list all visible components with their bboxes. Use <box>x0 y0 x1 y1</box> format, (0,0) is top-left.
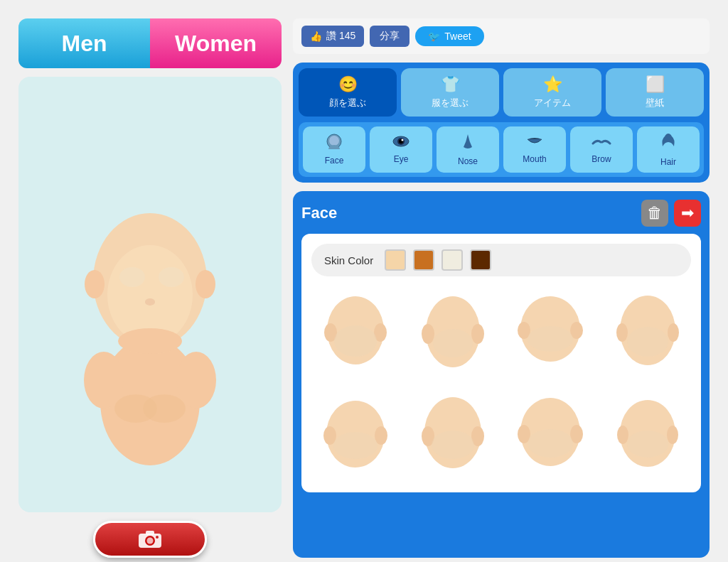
avatar-svg <box>58 124 242 465</box>
svg-point-50 <box>432 431 474 459</box>
skin-swatch-light[interactable] <box>385 249 406 271</box>
face-option-3[interactable] <box>506 288 594 380</box>
skin-swatch-medium[interactable] <box>413 249 434 271</box>
mouth-subtab-icon <box>525 135 545 151</box>
subtab-brow[interactable]: Brow <box>570 126 633 173</box>
svg-point-3 <box>85 270 105 298</box>
camera-button[interactable] <box>93 521 207 558</box>
svg-point-6 <box>119 267 145 287</box>
face-subtab-icon <box>326 134 342 153</box>
svg-point-18 <box>156 536 159 539</box>
tab-item[interactable]: ⭐ アイテム <box>503 68 601 117</box>
subtab-face[interactable]: Face <box>303 126 365 173</box>
hair-subtab-icon <box>659 132 678 154</box>
svg-point-20 <box>329 136 339 146</box>
svg-point-30 <box>334 325 377 357</box>
svg-point-32 <box>422 324 434 344</box>
mouth-subtab-label: Mouth <box>523 154 546 164</box>
face-option-5[interactable] <box>311 390 399 482</box>
svg-point-56 <box>617 426 628 444</box>
sub-tabs: Face Eye Nose <box>299 122 704 177</box>
item-tab-icon: ⭐ <box>543 75 562 94</box>
wallpaper-tab-icon: ⬜ <box>646 75 665 94</box>
nose-subtab-label: Nose <box>458 156 478 166</box>
clothes-tab-label: 服を選ぶ <box>432 97 469 109</box>
svg-point-13 <box>176 352 216 409</box>
eye-subtab-label: Eye <box>394 154 409 164</box>
twitter-icon: 🐦 <box>428 31 440 42</box>
right-panel: 👍 讚 145 分享 🐦 Tweet 😊 顔を選ぶ 👕 服を選ぶ <box>293 18 710 558</box>
face-option-2[interactable] <box>409 288 496 380</box>
tab-clothes[interactable]: 👕 服を選ぶ <box>401 68 499 117</box>
item-tab-label: アイテム <box>534 97 571 109</box>
social-bar: 👍 讚 145 分享 🐦 Tweet <box>293 18 710 54</box>
brow-subtab-icon <box>592 135 611 151</box>
tab-wallpaper[interactable]: ⬜ 壁紙 <box>606 68 704 117</box>
svg-point-26 <box>402 139 404 141</box>
svg-point-58 <box>627 431 668 458</box>
main-tabs: 😊 顔を選ぶ 👕 服を選ぶ ⭐ アイテム ⬜ 壁紙 <box>299 68 704 117</box>
share-button[interactable]: 分享 <box>370 26 410 47</box>
tab-face[interactable]: 😊 顔を選ぶ <box>299 68 397 117</box>
subtab-nose[interactable]: Nose <box>437 126 499 173</box>
svg-point-9 <box>118 328 182 354</box>
wallpaper-tab-label: 壁紙 <box>646 97 664 109</box>
subtab-eye[interactable]: Eye <box>370 126 432 173</box>
brow-subtab-label: Brow <box>592 154 611 164</box>
face-option-4[interactable] <box>604 288 691 380</box>
svg-point-57 <box>667 426 678 444</box>
svg-point-33 <box>471 324 484 344</box>
women-tab[interactable]: Women <box>150 18 282 68</box>
skin-color-row: Skin Color <box>311 244 691 276</box>
svg-point-34 <box>433 329 473 357</box>
eye-subtab-icon <box>392 135 410 151</box>
clothes-tab-icon: 👕 <box>441 75 460 94</box>
face-option-1[interactable] <box>311 288 399 380</box>
next-arrow-button[interactable]: ➡ <box>674 200 701 227</box>
hair-subtab-label: Hair <box>660 157 676 167</box>
trash-button[interactable]: 🗑 <box>641 200 668 227</box>
svg-rect-17 <box>146 531 154 535</box>
men-tab[interactable]: Men <box>18 18 150 68</box>
face-panel-header: Face 🗑 ➡ <box>301 200 701 227</box>
avatar-area <box>18 77 282 512</box>
left-panel: Men Women <box>18 18 282 558</box>
tweet-button[interactable]: 🐦 Tweet <box>415 26 483 46</box>
face-tab-label: 顔を選ぶ <box>329 97 366 109</box>
face-tab-icon: 😊 <box>338 75 358 94</box>
svg-point-8 <box>145 298 155 306</box>
svg-point-7 <box>159 267 184 287</box>
tweet-label: Tweet <box>444 31 471 42</box>
svg-point-38 <box>528 326 573 352</box>
gender-tabs: Men Women <box>18 18 282 68</box>
svg-point-11 <box>143 394 186 423</box>
face-grid <box>311 288 691 482</box>
face-panel-actions: 🗑 ➡ <box>641 200 701 227</box>
svg-point-12 <box>84 352 124 409</box>
svg-point-42 <box>627 327 668 357</box>
skin-swatch-pale[interactable] <box>441 249 463 271</box>
app-container: Men Women <box>7 7 721 562</box>
subtab-mouth[interactable]: Mouth <box>503 126 566 173</box>
svg-point-41 <box>668 323 679 342</box>
svg-point-4 <box>196 270 215 298</box>
like-button[interactable]: 👍 讚 145 <box>301 26 364 47</box>
face-option-7[interactable] <box>506 390 594 482</box>
face-option-6[interactable] <box>409 390 496 482</box>
face-panel: Face 🗑 ➡ Skin Color <box>293 191 710 558</box>
skin-color-label: Skin Color <box>324 254 373 266</box>
svg-point-54 <box>528 429 573 458</box>
like-count: 讚 145 <box>326 30 355 43</box>
like-icon: 👍 <box>310 31 322 42</box>
svg-point-46 <box>333 432 378 459</box>
face-subtab-label: Face <box>325 156 344 166</box>
subtab-hair[interactable]: Hair <box>637 126 700 173</box>
svg-point-16 <box>147 538 154 544</box>
skin-swatch-dark[interactable] <box>470 249 491 271</box>
category-tabs: 😊 顔を選ぶ 👕 服を選ぶ ⭐ アイテム ⬜ 壁紙 <box>293 63 710 183</box>
camera-icon <box>137 529 163 549</box>
face-content: Skin Color <box>301 234 701 492</box>
face-option-8[interactable] <box>604 390 691 482</box>
nose-subtab-icon <box>461 133 475 153</box>
svg-point-40 <box>616 323 628 342</box>
